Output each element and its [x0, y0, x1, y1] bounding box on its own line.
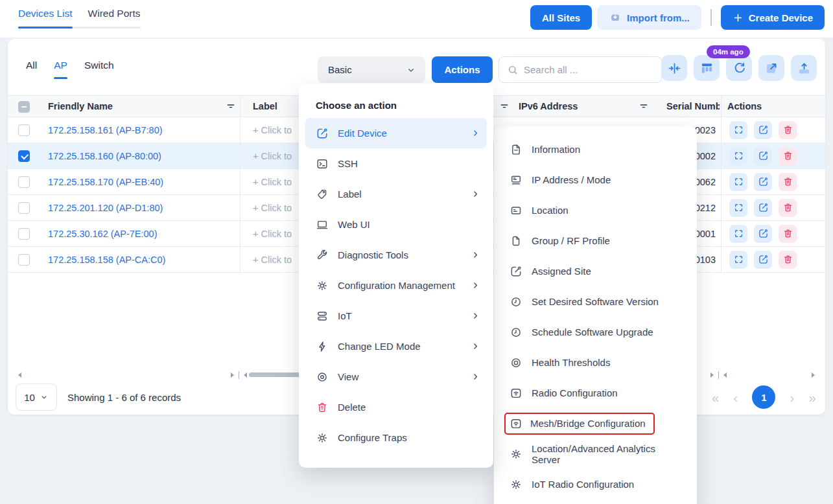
submenu-item-information[interactable]: Information	[494, 134, 697, 165]
label-add-button[interactable]: + Click to	[253, 143, 292, 168]
label-filter-icon[interactable]	[499, 96, 510, 117]
device-name-link[interactable]: 172.25.158.160 (AP-80:00)	[48, 143, 161, 168]
scroll-left-icon[interactable]	[18, 372, 21, 378]
menu-item-delete[interactable]: Delete	[299, 392, 493, 422]
next-page-button[interactable]: ›	[790, 391, 794, 404]
menu-item-web-ui[interactable]: Web UI	[299, 209, 493, 240]
submenu-item-radio-configuration[interactable]: Radio Configuration	[494, 378, 697, 408]
device-name-link[interactable]: 172.25.201.120 (AP-D1:80)	[48, 195, 163, 220]
row-checkbox[interactable]	[18, 202, 30, 214]
row-checkbox[interactable]	[18, 176, 30, 188]
fullscreen-button[interactable]	[729, 173, 747, 191]
device-name-link[interactable]: 172.25.158.161 (AP-B7:80)	[48, 117, 163, 143]
menu-item-configure-traps[interactable]: Configure Traps	[299, 422, 493, 453]
scroll-right-icon[interactable]	[812, 372, 815, 378]
scroll-right-icon[interactable]	[710, 372, 714, 378]
edit-button[interactable]	[754, 251, 772, 269]
row-checkbox[interactable]	[18, 254, 30, 266]
all-sites-button[interactable]: All Sites	[530, 5, 592, 30]
device-name-link[interactable]: 172.25.30.162 (AP-7E:00)	[48, 221, 157, 246]
menu-item-configuration-management[interactable]: Configuration Management	[299, 270, 493, 301]
create-device-button[interactable]: Create Device	[721, 5, 825, 30]
column-serial[interactable]: Serial Number	[666, 96, 720, 117]
tab-wired-ports-label: Wired Ports	[88, 8, 141, 19]
collapse-columns-button[interactable]	[661, 55, 687, 81]
row-actions	[729, 117, 797, 143]
filter-tab-ap[interactable]: AP	[54, 60, 67, 79]
menu-item-iot[interactable]: IoT	[299, 301, 493, 331]
export-button[interactable]	[791, 55, 817, 81]
stack-icon	[316, 310, 329, 323]
edit-button[interactable]	[754, 121, 772, 139]
submenu-item-iot-radio-configuration[interactable]: IoT Radio Configuration	[494, 469, 697, 499]
tab-devices-list[interactable]: Devices List	[18, 8, 73, 29]
submenu-item-health-thresholds[interactable]: Health Thresholds	[494, 347, 697, 378]
edit-button[interactable]	[754, 225, 772, 243]
last-page-button[interactable]: »	[808, 391, 816, 404]
menu-item-edit-device[interactable]: Edit Device	[305, 118, 487, 148]
label-add-button[interactable]: + Click to	[253, 247, 292, 272]
device-name-link[interactable]: 172.25.158.170 (AP-EB:40)	[48, 169, 163, 194]
edit-button[interactable]	[754, 199, 772, 217]
delete-button[interactable]	[779, 251, 797, 269]
submenu-item-assigned-site[interactable]: Assigned Site	[494, 256, 697, 286]
submenu-item-location-advanced-analytics-server[interactable]: Location/Advanced Analytics Server	[494, 439, 697, 469]
current-page-button[interactable]: 1	[752, 385, 775, 409]
fullscreen-button[interactable]	[729, 199, 747, 217]
column-friendly-name[interactable]: Friendly Name	[48, 96, 113, 117]
select-all-checkbox[interactable]	[18, 101, 30, 113]
row-checkbox[interactable]	[18, 124, 30, 136]
columns-button[interactable]	[694, 55, 720, 81]
refresh-button[interactable]	[726, 55, 752, 81]
edit-button[interactable]	[754, 173, 772, 191]
fullscreen-button[interactable]	[729, 251, 747, 269]
friendly-name-filter-icon[interactable]	[226, 96, 236, 117]
submenu-item-mesh-bridge-configuration[interactable]: Mesh/Bridge Configuration	[494, 408, 697, 439]
scroll-left-icon[interactable]	[723, 372, 727, 378]
ipv6-filter-icon[interactable]	[639, 96, 649, 117]
delete-button[interactable]	[779, 173, 797, 191]
prev-page-button[interactable]: ‹	[733, 391, 738, 404]
import-button[interactable]: Import from...	[597, 5, 701, 30]
menu-item-diagnostic-tools[interactable]: Diagnostic Tools	[299, 240, 493, 270]
scroll-right-icon[interactable]	[231, 372, 234, 378]
menu-item-label[interactable]: Label	[299, 179, 493, 209]
label-add-button[interactable]: + Click to	[253, 221, 292, 246]
column-label[interactable]: Label	[253, 96, 277, 117]
fullscreen-button[interactable]	[729, 225, 747, 243]
menu-item-view[interactable]: View	[299, 361, 493, 392]
delete-button[interactable]	[779, 147, 797, 165]
row-checkbox[interactable]	[18, 150, 30, 162]
label-add-button[interactable]: + Click to	[253, 195, 292, 220]
filter-tab-all[interactable]: All	[26, 60, 37, 79]
fullscreen-button[interactable]	[729, 121, 747, 139]
submenu-item-location[interactable]: Location	[494, 195, 697, 225]
scroll-left-icon[interactable]	[244, 372, 247, 378]
actions-button[interactable]: Actions	[432, 56, 493, 83]
page-size-select[interactable]: 10	[16, 384, 57, 411]
delete-button[interactable]	[779, 225, 797, 243]
column-ipv6[interactable]: IPv6 Address	[519, 96, 578, 117]
label-add-button[interactable]: + Click to	[253, 117, 292, 143]
filter-tab-switch[interactable]: Switch	[84, 60, 114, 79]
tab-wired-ports[interactable]: Wired Ports	[73, 8, 141, 29]
submenu-item-group-rf-profile[interactable]: Group / RF Profile	[494, 225, 697, 256]
first-page-button[interactable]: «	[712, 391, 720, 404]
device-name-link[interactable]: 172.25.158.158 (AP-CA:C0)	[48, 247, 165, 272]
row-checkbox[interactable]	[18, 228, 30, 240]
fullscreen-button[interactable]	[729, 147, 747, 165]
menu-item-change-led-mode[interactable]: Change LED Mode	[299, 331, 493, 361]
edit-icon	[510, 265, 522, 278]
delete-button[interactable]	[779, 199, 797, 217]
submenu-item-ip-address-mode[interactable]: IP Address / Mode	[494, 165, 697, 195]
label-add-button[interactable]: + Click to	[253, 169, 292, 194]
submenu-item-set-desired-software-version[interactable]: Set Desired Software Version	[494, 286, 697, 317]
open-external-button[interactable]	[758, 55, 784, 81]
submenu-item-schedule-software-upgrade[interactable]: Schedule Software Upgrade	[494, 317, 697, 347]
delete-button[interactable]	[779, 121, 797, 139]
menu-item-ssh[interactable]: SSH	[299, 148, 493, 179]
search-input[interactable]	[524, 64, 653, 75]
edit-button[interactable]	[754, 147, 772, 165]
scrollbar-thumb[interactable]	[249, 372, 301, 377]
view-mode-select[interactable]: Basic	[318, 56, 425, 83]
